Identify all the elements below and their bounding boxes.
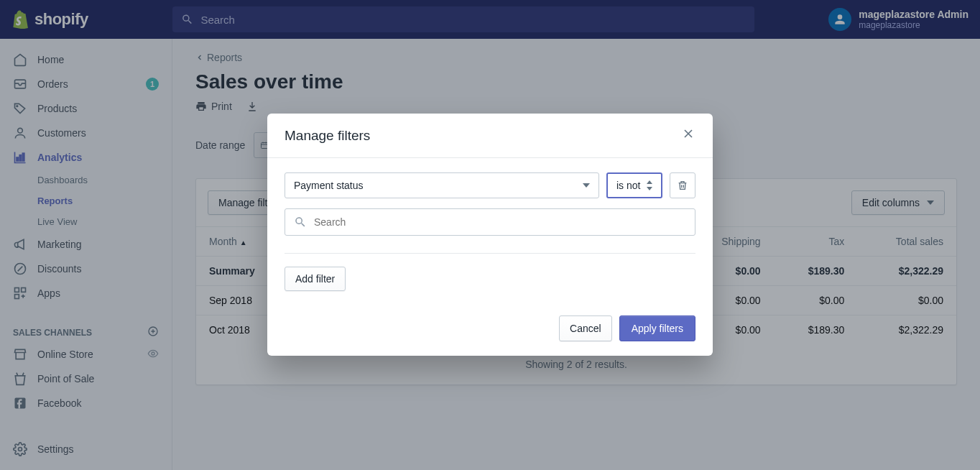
add-filter-button[interactable]: Add filter: [285, 267, 346, 291]
delete-filter-button[interactable]: [670, 172, 695, 198]
search-icon: [294, 216, 307, 229]
filter-condition-select[interactable]: is not: [606, 172, 662, 198]
filter-value-search[interactable]: [285, 208, 695, 236]
modal-overlay[interactable]: Manage filters Payment status is not: [0, 0, 980, 470]
manage-filters-modal: Manage filters Payment status is not: [267, 114, 713, 356]
filter-field-select[interactable]: Payment status: [285, 172, 599, 198]
apply-filters-button[interactable]: Apply filters: [619, 315, 695, 341]
close-button[interactable]: [681, 126, 695, 144]
sort-arrows-icon: [647, 180, 652, 190]
filter-value-input[interactable]: [314, 216, 686, 228]
trash-icon: [677, 180, 688, 191]
close-icon: [681, 126, 695, 141]
caret-down-icon: [583, 183, 590, 188]
modal-title: Manage filters: [285, 128, 370, 144]
cancel-button[interactable]: Cancel: [559, 315, 612, 341]
